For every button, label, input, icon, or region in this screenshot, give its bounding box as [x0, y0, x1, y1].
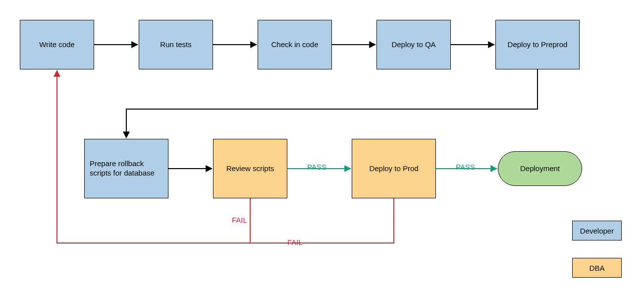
edge-prod-fail — [250, 198, 394, 243]
legend-developer: Developer — [572, 221, 622, 240]
node-deploy-prod: Deploy to Prod — [352, 139, 436, 198]
legend-label: Developer — [580, 227, 614, 235]
node-write-code: Write code — [20, 20, 94, 69]
node-label: Review scripts — [226, 164, 274, 174]
legend-label: DBA — [590, 264, 605, 272]
node-label: Deployment — [520, 164, 560, 174]
node-label: Write code — [39, 40, 74, 50]
node-review-scripts: Review scripts — [213, 139, 287, 198]
node-label: Deploy to Preprod — [508, 40, 568, 50]
legend-dba: DBA — [572, 258, 622, 278]
edge-label-prod-fail: FAIL — [287, 238, 303, 246]
node-label: Deploy to Prod — [369, 164, 418, 174]
node-label: Check in code — [271, 40, 318, 50]
node-deploy-preprod: Deploy to Preprod — [495, 20, 580, 69]
edge-preprod-to-rollback — [126, 69, 537, 138]
node-label: Prepare rollback scripts for database — [90, 159, 163, 178]
node-deploy-qa: Deploy to QA — [376, 20, 451, 69]
edge-label-review-fail: FAIL — [232, 216, 247, 224]
node-run-tests: Run tests — [139, 20, 213, 69]
node-label: Deploy to QA — [391, 40, 435, 50]
flowchart-canvas: Write code Run tests Check in code Deplo… — [0, 0, 644, 300]
edge-label-prod-pass: PASS — [456, 163, 475, 171]
node-check-in-code: Check in code — [258, 20, 332, 69]
node-label: Run tests — [160, 40, 191, 50]
node-deployment: Deployment — [498, 151, 582, 186]
node-prepare-rollback: Prepare rollback scripts for database — [84, 139, 168, 198]
edge-label-review-pass: PASS — [307, 163, 326, 171]
